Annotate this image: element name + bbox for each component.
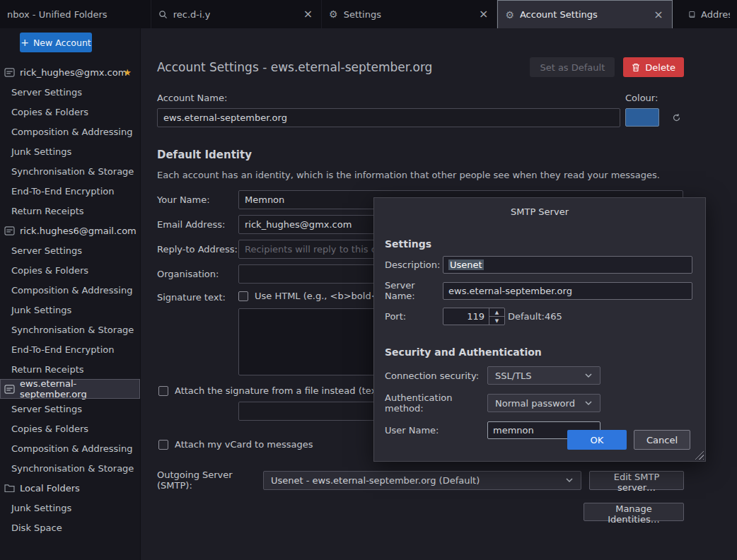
sidebar-subitem[interactable]: Junk Settings <box>0 300 140 320</box>
sidebar-subitem[interactable]: Copies & Folders <box>0 260 140 280</box>
colour-swatch[interactable] <box>625 108 659 127</box>
description-field[interactable]: Usenet <box>443 256 692 274</box>
smtp-server-dialog: SMTP Server Settings Description: Usenet… <box>373 197 706 462</box>
identity-heading: Default Identity <box>157 148 684 161</box>
attach-vcard-label: Attach my vCard to messages <box>175 439 313 450</box>
authentication-method-select[interactable]: Normal password <box>487 394 600 412</box>
colour-label: Colour: <box>625 93 658 103</box>
manage-identities-button[interactable]: Manage Identities… <box>584 503 684 521</box>
tab-label: nbox - Unified Folders <box>7 9 108 20</box>
close-icon[interactable]: × <box>477 8 489 20</box>
tab-unified-folders[interactable]: nbox - Unified Folders <box>0 0 151 28</box>
dialog-title: SMTP Server <box>374 206 705 217</box>
subitem-label: Composition & Addressing <box>11 127 132 137</box>
sidebar-account-ews[interactable]: ews.eternal-september.org <box>0 379 140 399</box>
cancel-button[interactable]: Cancel <box>634 430 690 450</box>
authentication-method-value: Normal password <box>495 398 575 409</box>
reply-to-label: Reply-to Address: <box>157 244 238 255</box>
subitem-label: Server Settings <box>11 87 82 98</box>
sidebar-subitem[interactable]: Composition & Addressing <box>0 122 140 141</box>
settings-heading: Settings <box>385 238 695 250</box>
server-name-field[interactable] <box>443 282 692 300</box>
sidebar-subitem[interactable]: Copies & Folders <box>0 102 140 122</box>
server-name-label: Server Name: <box>385 280 443 301</box>
sidebar-subitem[interactable]: End-To-End Encryption <box>0 339 140 359</box>
reset-colour-icon[interactable] <box>672 113 681 122</box>
account-settings-icon: ⚙ <box>505 10 514 20</box>
tab-settings[interactable]: ⚙ Settings × <box>322 0 497 28</box>
star-icon: ★ <box>123 67 132 78</box>
ok-button[interactable]: OK <box>567 430 627 450</box>
use-html-checkbox[interactable] <box>238 291 248 301</box>
authentication-method-label: Authentication method: <box>385 392 487 414</box>
subitem-label: End-To-End Encryption <box>11 344 114 355</box>
sidebar-account-local-folders[interactable]: Local Folders <box>0 478 140 498</box>
email-address-label: Email Address: <box>157 219 238 230</box>
subitem-label: Synchronisation & Storage <box>11 463 134 474</box>
chevron-down-icon <box>584 373 593 378</box>
spin-down-icon[interactable]: ▼ <box>489 316 504 325</box>
account-sidebar: + New Account rick_hughes@gmx.com ★ Serv… <box>0 28 141 560</box>
attach-signature-file-checkbox[interactable] <box>158 386 168 396</box>
sidebar-subitem[interactable]: Synchronisation & Storage <box>0 320 140 339</box>
sidebar-subitem[interactable]: End-To-End Encryption <box>0 181 140 201</box>
account-icon <box>4 226 15 235</box>
close-icon[interactable]: × <box>302 8 314 20</box>
port-field[interactable] <box>443 308 489 325</box>
gear-icon: ⚙ <box>329 9 338 19</box>
sidebar-subitem[interactable]: Server Settings <box>0 240 140 260</box>
sidebar-account-gmail[interactable]: rick.hughes6@gmail.com <box>0 221 140 240</box>
delete-button[interactable]: Delete <box>623 57 684 77</box>
sidebar-subitem[interactable]: Disk Space <box>0 518 140 537</box>
sidebar-subitem[interactable]: Server Settings <box>0 399 140 419</box>
outgoing-server-select[interactable]: Usenet - ews.eternal-september.org (Defa… <box>263 471 581 490</box>
subitem-label: Disk Space <box>11 523 62 533</box>
sidebar-account-gmx[interactable]: rick_hughes@gmx.com ★ <box>0 62 140 82</box>
sidebar-subitem[interactable]: Return Receipts <box>0 359 140 379</box>
subitem-label: Server Settings <box>11 404 82 414</box>
outgoing-server-value: Usenet - ews.eternal-september.org (Defa… <box>271 475 480 486</box>
sidebar-subitem[interactable]: Return Receipts <box>0 201 140 221</box>
attach-vcard-checkbox[interactable] <box>158 440 168 450</box>
tab-address-book[interactable]: Address <box>681 0 737 28</box>
subitem-label: Copies & Folders <box>11 424 88 434</box>
account-label: Local Folders <box>20 483 80 494</box>
resize-grip-icon[interactable] <box>695 450 704 460</box>
port-label: Port: <box>385 311 443 322</box>
subitem-label: Junk Settings <box>11 503 71 513</box>
new-account-button[interactable]: + New Account <box>20 33 92 52</box>
port-default-text: Default:465 <box>508 311 562 322</box>
connection-security-select[interactable]: SSL/TLS <box>487 366 600 385</box>
sidebar-subitem[interactable]: Server Settings <box>0 82 140 102</box>
subitem-label: End-To-End Encryption <box>11 186 114 197</box>
chevron-down-icon <box>584 400 593 406</box>
sidebar-subitem[interactable]: Synchronisation & Storage <box>0 458 140 478</box>
account-name-field[interactable] <box>157 108 620 127</box>
close-icon[interactable]: × <box>652 9 664 21</box>
edit-smtp-button[interactable]: Edit SMTP server… <box>589 471 684 490</box>
delete-label: Delete <box>645 62 675 73</box>
plus-icon: + <box>21 37 29 48</box>
description-label: Description: <box>385 259 443 270</box>
sidebar-subitem[interactable]: Composition & Addressing <box>0 438 140 458</box>
spin-up-icon[interactable]: ▲ <box>489 308 504 316</box>
subitem-label: Return Receipts <box>11 364 84 375</box>
set-as-default-button[interactable]: Set as Default <box>530 57 615 77</box>
user-name-label: User Name: <box>385 425 487 436</box>
tab-label: Address <box>701 9 730 20</box>
sidebar-subitem[interactable]: Composition & Addressing <box>0 280 140 300</box>
sidebar-subitem[interactable]: Copies & Folders <box>0 419 140 438</box>
tab-search[interactable]: rec.d-i.y × <box>151 0 322 28</box>
tab-account-settings[interactable]: ⚙ Account Settings × <box>497 0 672 28</box>
signature-label: Signature text: <box>157 289 238 303</box>
sidebar-subitem[interactable]: Junk Settings <box>0 141 140 161</box>
connection-security-label: Connection security: <box>385 371 487 381</box>
subitem-label: Composition & Addressing <box>11 285 132 296</box>
subitem-label: Server Settings <box>11 245 82 256</box>
subitem-label: Junk Settings <box>11 305 71 315</box>
sidebar-subitem[interactable]: Synchronisation & Storage <box>0 161 140 181</box>
subitem-label: Return Receipts <box>11 206 84 216</box>
sidebar-subitem[interactable]: Junk Settings <box>0 498 140 518</box>
identity-description: Each account has an identity, which is t… <box>157 170 684 180</box>
security-heading: Security and Authentication <box>385 346 695 358</box>
